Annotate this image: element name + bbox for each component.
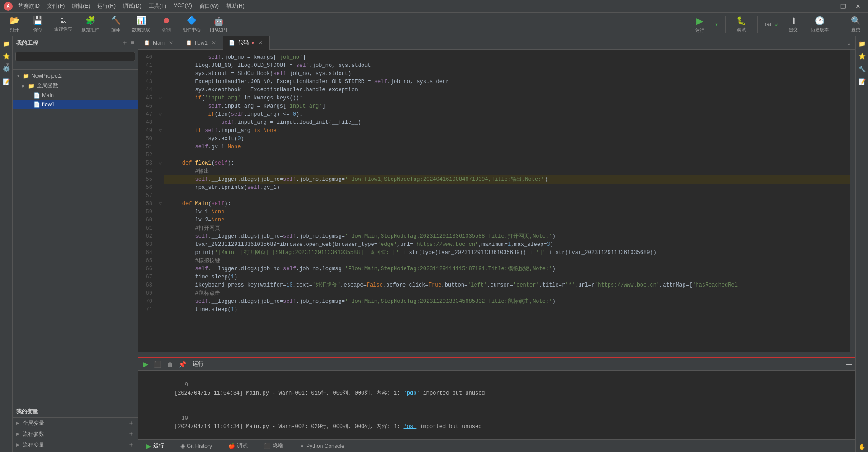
toolbar: 📂 打开 💾 保存 🗂 全部保存 🧩 预览组件 🔨 编译 📊 数据抓取 ⏺ 录制… — [0, 13, 868, 36]
history-button[interactable]: 🕐 历史版本 — [807, 14, 832, 35]
open-button[interactable]: 📂 打开 — [4, 14, 25, 35]
code-line: #鼠标点击 — [164, 289, 850, 297]
sidebar-icon-operations[interactable]: ⚙️ — [1, 63, 12, 74]
tab-code[interactable]: 📄 代码 ● ✕ — [223, 36, 270, 50]
project-search-input[interactable] — [15, 52, 135, 61]
bottom-panel-collapse[interactable]: — — [846, 361, 852, 367]
compile-button[interactable]: 🔨 编译 — [105, 14, 127, 35]
save-button[interactable]: 💾 保存 — [27, 14, 49, 35]
add-flow-var-button[interactable]: ＋ — [128, 441, 134, 449]
right-icon-template[interactable]: 📝 — [857, 76, 868, 87]
titlebar: A 艺赛旗ID 文件(F) 编辑(E) 运行(R) 调试(D) 工具(T) VC… — [0, 0, 868, 13]
close-button[interactable]: ✕ — [852, 2, 864, 11]
maximize-button[interactable]: ❐ — [837, 2, 850, 11]
flow-params-section[interactable]: ▶ 流程参数 ＋ — [13, 428, 138, 439]
menu-vcs[interactable]: VCS(V) — [174, 2, 192, 10]
status-tab-python-console[interactable]: ✦ Python Console — [295, 440, 349, 452]
menu-edit[interactable]: 编辑(E) — [72, 2, 90, 10]
log-suffix: imported but unused — [420, 390, 485, 396]
add-global-var-button[interactable]: ＋ — [128, 419, 134, 427]
main-layout: 📁 ⭐ ⚙️ 📝 我的工程 ＋ ≡ ▾ ▼ 📁 NewProject2 ▶ 📁 — [0, 36, 868, 452]
data-extract-button[interactable]: 📊 数据抓取 — [128, 14, 154, 35]
run-dropdown-icon[interactable]: ▾ — [715, 21, 718, 28]
fold-45[interactable]: ▽ — [156, 94, 164, 102]
log-warn-word[interactable]: 'os' — [404, 424, 417, 430]
right-icon-helper[interactable]: ✋ — [857, 441, 868, 452]
save-label: 保存 — [33, 27, 42, 33]
run-play-button[interactable]: ▶ — [142, 359, 149, 369]
preview-label: 预览组件 — [81, 27, 99, 33]
sidebar-icon-favorites[interactable]: ⭐ — [1, 51, 12, 61]
fold-47[interactable]: ▽ — [156, 110, 164, 118]
status-tab-git-history[interactable]: ◉ Git History — [176, 440, 217, 452]
tree-item-main[interactable]: ▶ 📄 Main — [13, 91, 138, 100]
project-tree: ▼ 📁 NewProject2 ▶ 📁 全局函数 ▶ 📄 Main ▶ 📄 fl… — [13, 70, 138, 404]
code-line: ILog.JOB_NO, ILog.OLD_STDOUT = self.job_… — [164, 61, 850, 70]
line-numbers: 40 41 42 43 44 45 46 47 48 49 50 51 52 5… — [138, 50, 156, 352]
tree-item-flow1[interactable]: ▶ 📄 flow1 — [13, 100, 138, 109]
menu-window[interactable]: 窗口(W) — [199, 2, 219, 10]
right-icon-favorites[interactable]: ⭐ — [857, 51, 868, 61]
tab-flow1-close[interactable]: ✕ — [210, 39, 217, 47]
run-button[interactable]: ▶ 运行 — [692, 14, 708, 35]
project-settings-button[interactable]: ≡ — [131, 39, 134, 47]
rpagpt-icon: 🤖 — [214, 16, 224, 26]
minimize-button[interactable]: — — [821, 2, 835, 11]
right-icon-operations[interactable]: 🔧 — [857, 63, 868, 74]
debug-button[interactable]: 🐛 调试 — [733, 14, 750, 35]
fold-58[interactable]: ▽ — [156, 200, 164, 208]
search-button[interactable]: 🔍 查找 — [847, 14, 864, 35]
editor-scrollbar[interactable] — [850, 50, 855, 352]
status-tab-run[interactable]: ▶ 运行 — [142, 440, 169, 452]
code-line — [164, 192, 850, 200]
global-vars-section[interactable]: ▶ 全局变量 ＋ — [13, 418, 138, 428]
horizontal-scrollbar[interactable] — [138, 352, 855, 357]
add-flow-param-button[interactable]: ＋ — [128, 430, 134, 438]
bottom-status-bar: ▶ 运行 ◉ Git History 🍎 调试 ⬛ 终端 ✦ Python — [138, 439, 855, 452]
menu-tools[interactable]: 工具(T) — [149, 2, 166, 10]
bottom-content[interactable]: 9 [2024/04/16 11:04:34] Main.py - Warn-0… — [138, 371, 855, 439]
tree-item-newproject2[interactable]: ▼ 📁 NewProject2 — [13, 71, 138, 80]
record-button[interactable]: ⏺ 录制 — [156, 14, 177, 35]
tab-main[interactable]: 📋 Main ✕ — [138, 36, 180, 50]
clear-button[interactable]: 🗑 — [166, 360, 174, 369]
menu-file[interactable]: 文件(F) — [47, 2, 65, 10]
sidebar-icon-projects[interactable]: 📁 — [1, 38, 12, 49]
fold-markers: ▽ ▽ ▽ ▽ ▽ — [156, 50, 164, 352]
tab-flow1[interactable]: 📋 flow1 ✕ — [180, 36, 223, 50]
code-line-highlighted: self.__logger.dlogs(job_no=self.job_no,l… — [164, 175, 850, 184]
file-icon: 📄 — [33, 101, 40, 108]
flow-vars-section[interactable]: ▶ 流程变量 ＋ — [13, 439, 138, 450]
project-add-button[interactable]: ＋ — [122, 39, 128, 47]
right-icon-projects[interactable]: 📁 — [857, 38, 868, 49]
menu-debug[interactable]: 调试(D) — [123, 2, 142, 10]
tab-flow1-icon: 📋 — [186, 40, 192, 46]
commit-button[interactable]: ⬆ 提交 — [785, 14, 802, 35]
rpagpt-button[interactable]: 🤖 RPAGPT — [206, 14, 231, 34]
component-center-button[interactable]: 🔷 组件中心 — [179, 14, 204, 35]
fold-53[interactable]: ▽ — [156, 159, 164, 167]
project-search-container: ▾ — [13, 50, 138, 70]
tabs-end-button[interactable]: ⌄ — [843, 39, 855, 47]
run-label: 运行 — [695, 27, 704, 33]
log-warn-word[interactable]: 'pdb' — [404, 390, 420, 396]
save-all-button[interactable]: 🗂 全部保存 — [51, 14, 76, 34]
scroll-button[interactable]: 📌 — [178, 360, 187, 369]
menu-run[interactable]: 运行(R) — [97, 2, 116, 10]
status-tab-terminal[interactable]: ⬛ 终端 — [259, 440, 288, 452]
tab-code-close[interactable]: ✕ — [257, 39, 264, 47]
preview-button[interactable]: 🧩 预览组件 — [78, 14, 103, 35]
tab-main-close[interactable]: ✕ — [167, 39, 175, 47]
tree-item-global-funcs[interactable]: ▶ 📁 全局函数 — [13, 80, 138, 91]
history-icon: 🕐 — [815, 16, 825, 26]
git-label: Git: — [765, 22, 773, 27]
status-tab-debug[interactable]: 🍎 调试 — [224, 440, 252, 452]
stop-button[interactable]: ⬛ — [153, 360, 162, 369]
code-content[interactable]: self.job_no = kwargs['job_no'] ILog.JOB_… — [164, 50, 850, 352]
fold-49[interactable]: ▽ — [156, 127, 164, 135]
rpagpt-label: RPAGPT — [210, 28, 228, 33]
commit-icon: ⬆ — [790, 16, 797, 26]
menu-help[interactable]: 帮助(H) — [226, 2, 245, 10]
sidebar-icon-template[interactable]: 📝 — [1, 76, 12, 87]
record-icon: ⏺ — [162, 16, 170, 25]
